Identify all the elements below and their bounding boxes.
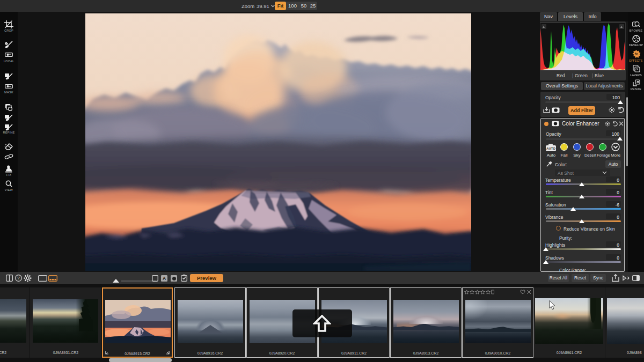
svg-text:fx: fx [634, 52, 638, 56]
svg-text:?: ? [17, 276, 20, 280]
svg-text:AUTO: AUTO [546, 147, 555, 150]
